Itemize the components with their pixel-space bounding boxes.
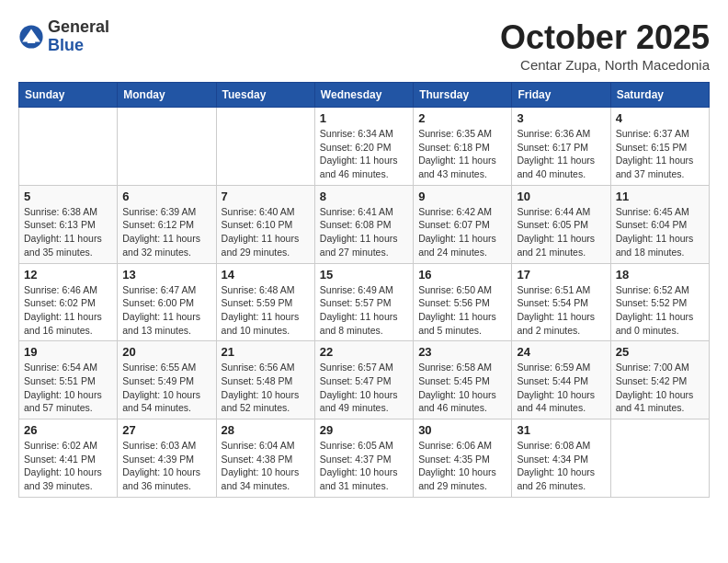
- weekday-header: Friday: [512, 83, 610, 108]
- day-number: 17: [517, 268, 605, 282]
- calendar-day-cell: 17Sunrise: 6:51 AM Sunset: 5:54 PM Dayli…: [512, 263, 610, 341]
- calendar-day-cell: 16Sunrise: 6:50 AM Sunset: 5:56 PM Dayli…: [414, 263, 512, 341]
- day-number: 30: [418, 423, 506, 437]
- weekday-header: Thursday: [414, 83, 512, 108]
- day-info: Sunrise: 6:52 AM Sunset: 5:52 PM Dayligh…: [616, 283, 704, 338]
- calendar-day-cell: 7Sunrise: 6:40 AM Sunset: 6:10 PM Daylig…: [216, 185, 314, 263]
- day-info: Sunrise: 6:44 AM Sunset: 6:05 PM Dayligh…: [517, 205, 605, 259]
- day-number: 6: [122, 190, 210, 203]
- day-number: 26: [24, 423, 112, 437]
- calendar-day-cell: 23Sunrise: 6:58 AM Sunset: 5:45 PM Dayli…: [414, 341, 512, 419]
- calendar-day-cell: 24Sunrise: 6:59 AM Sunset: 5:44 PM Dayli…: [512, 341, 610, 419]
- day-number: 5: [24, 190, 112, 203]
- day-info: Sunrise: 6:51 AM Sunset: 5:54 PM Dayligh…: [517, 283, 605, 338]
- calendar-day-cell: 28Sunrise: 6:04 AM Sunset: 4:38 PM Dayli…: [216, 419, 314, 498]
- logo: General Blue: [18, 18, 109, 55]
- calendar-day-cell: [610, 419, 709, 498]
- logo-blue: Blue: [48, 37, 109, 55]
- day-info: Sunrise: 6:57 AM Sunset: 5:47 PM Dayligh…: [320, 361, 408, 415]
- day-number: 19: [24, 345, 112, 359]
- day-number: 27: [122, 423, 210, 437]
- day-info: Sunrise: 6:06 AM Sunset: 4:35 PM Dayligh…: [418, 439, 506, 493]
- calendar-day-cell: 3Sunrise: 6:36 AM Sunset: 6:17 PM Daylig…: [512, 108, 610, 186]
- calendar-day-cell: 10Sunrise: 6:44 AM Sunset: 6:05 PM Dayli…: [512, 185, 610, 263]
- day-info: Sunrise: 6:40 AM Sunset: 6:10 PM Dayligh…: [222, 205, 310, 259]
- calendar-day-cell: 19Sunrise: 6:54 AM Sunset: 5:51 PM Dayli…: [19, 341, 118, 419]
- calendar-week-row: 19Sunrise: 6:54 AM Sunset: 5:51 PM Dayli…: [19, 341, 710, 419]
- day-number: 13: [122, 268, 210, 282]
- calendar-day-cell: [118, 108, 216, 186]
- day-number: 9: [418, 190, 506, 203]
- calendar-header-row: SundayMondayTuesdayWednesdayThursdayFrid…: [19, 83, 710, 108]
- svg-rect-2: [28, 38, 35, 43]
- day-number: 29: [320, 423, 408, 437]
- page-header: General Blue October 2025 Centar Zupa, N…: [18, 18, 710, 73]
- day-number: 20: [122, 345, 210, 359]
- day-number: 18: [616, 268, 704, 282]
- calendar-day-cell: 14Sunrise: 6:48 AM Sunset: 5:59 PM Dayli…: [216, 263, 314, 341]
- calendar-day-cell: 22Sunrise: 6:57 AM Sunset: 5:47 PM Dayli…: [314, 341, 413, 419]
- day-number: 23: [418, 345, 506, 359]
- day-info: Sunrise: 6:35 AM Sunset: 6:18 PM Dayligh…: [418, 127, 506, 181]
- calendar-day-cell: 20Sunrise: 6:55 AM Sunset: 5:49 PM Dayli…: [118, 341, 216, 419]
- day-info: Sunrise: 6:59 AM Sunset: 5:44 PM Dayligh…: [517, 361, 605, 415]
- calendar-day-cell: 18Sunrise: 6:52 AM Sunset: 5:52 PM Dayli…: [610, 263, 709, 341]
- calendar-day-cell: 27Sunrise: 6:03 AM Sunset: 4:39 PM Dayli…: [118, 419, 216, 498]
- day-info: Sunrise: 6:08 AM Sunset: 4:34 PM Dayligh…: [517, 439, 605, 493]
- calendar-day-cell: 25Sunrise: 7:00 AM Sunset: 5:42 PM Dayli…: [610, 341, 709, 419]
- calendar-day-cell: 13Sunrise: 6:47 AM Sunset: 6:00 PM Dayli…: [118, 263, 216, 341]
- day-info: Sunrise: 6:47 AM Sunset: 6:00 PM Dayligh…: [122, 283, 210, 338]
- day-info: Sunrise: 7:00 AM Sunset: 5:42 PM Dayligh…: [616, 361, 704, 415]
- calendar-day-cell: 4Sunrise: 6:37 AM Sunset: 6:15 PM Daylig…: [610, 108, 709, 186]
- day-info: Sunrise: 6:55 AM Sunset: 5:49 PM Dayligh…: [122, 361, 210, 415]
- day-number: 11: [616, 190, 704, 203]
- day-number: 8: [320, 190, 408, 203]
- logo-icon: [18, 24, 44, 50]
- day-info: Sunrise: 6:42 AM Sunset: 6:07 PM Dayligh…: [418, 205, 506, 259]
- day-info: Sunrise: 6:58 AM Sunset: 5:45 PM Dayligh…: [418, 361, 506, 415]
- day-info: Sunrise: 6:37 AM Sunset: 6:15 PM Dayligh…: [616, 127, 704, 181]
- weekday-header: Wednesday: [314, 83, 413, 108]
- day-info: Sunrise: 6:34 AM Sunset: 6:20 PM Dayligh…: [320, 127, 408, 181]
- day-info: Sunrise: 6:38 AM Sunset: 6:13 PM Dayligh…: [24, 205, 112, 259]
- day-number: 14: [222, 268, 310, 282]
- weekday-header: Sunday: [19, 83, 118, 108]
- day-number: 16: [418, 268, 506, 282]
- calendar-day-cell: 29Sunrise: 6:05 AM Sunset: 4:37 PM Dayli…: [314, 419, 413, 498]
- day-number: 12: [24, 268, 112, 282]
- calendar-day-cell: 5Sunrise: 6:38 AM Sunset: 6:13 PM Daylig…: [19, 185, 118, 263]
- calendar-day-cell: 2Sunrise: 6:35 AM Sunset: 6:18 PM Daylig…: [414, 108, 512, 186]
- day-number: 15: [320, 268, 408, 282]
- day-info: Sunrise: 6:48 AM Sunset: 5:59 PM Dayligh…: [222, 283, 310, 338]
- day-info: Sunrise: 6:39 AM Sunset: 6:12 PM Dayligh…: [122, 205, 210, 259]
- day-number: 4: [616, 111, 704, 125]
- calendar-day-cell: 6Sunrise: 6:39 AM Sunset: 6:12 PM Daylig…: [118, 185, 216, 263]
- day-info: Sunrise: 6:41 AM Sunset: 6:08 PM Dayligh…: [320, 205, 408, 259]
- day-info: Sunrise: 6:45 AM Sunset: 6:04 PM Dayligh…: [616, 205, 704, 259]
- calendar-day-cell: 1Sunrise: 6:34 AM Sunset: 6:20 PM Daylig…: [314, 108, 413, 186]
- day-info: Sunrise: 6:54 AM Sunset: 5:51 PM Dayligh…: [24, 361, 112, 415]
- calendar-day-cell: 12Sunrise: 6:46 AM Sunset: 6:02 PM Dayli…: [19, 263, 118, 341]
- day-info: Sunrise: 6:56 AM Sunset: 5:48 PM Dayligh…: [222, 361, 310, 415]
- day-number: 25: [616, 345, 704, 359]
- calendar-week-row: 1Sunrise: 6:34 AM Sunset: 6:20 PM Daylig…: [19, 108, 710, 186]
- calendar-day-cell: 8Sunrise: 6:41 AM Sunset: 6:08 PM Daylig…: [314, 185, 413, 263]
- calendar-day-cell: 30Sunrise: 6:06 AM Sunset: 4:35 PM Dayli…: [414, 419, 512, 498]
- day-number: 24: [517, 345, 605, 359]
- month-title: October 2025: [500, 18, 710, 57]
- day-info: Sunrise: 6:46 AM Sunset: 6:02 PM Dayligh…: [24, 283, 112, 338]
- day-number: 10: [517, 190, 605, 203]
- title-block: October 2025 Centar Zupa, North Macedoni…: [500, 18, 710, 73]
- day-number: 21: [222, 345, 310, 359]
- calendar-day-cell: 15Sunrise: 6:49 AM Sunset: 5:57 PM Dayli…: [314, 263, 413, 341]
- calendar-day-cell: 21Sunrise: 6:56 AM Sunset: 5:48 PM Dayli…: [216, 341, 314, 419]
- calendar-table: SundayMondayTuesdayWednesdayThursdayFrid…: [18, 82, 710, 498]
- calendar-week-row: 12Sunrise: 6:46 AM Sunset: 6:02 PM Dayli…: [19, 263, 710, 341]
- day-number: 22: [320, 345, 408, 359]
- day-number: 2: [418, 111, 506, 125]
- logo-general: General: [48, 18, 109, 37]
- logo-text: General Blue: [48, 18, 109, 55]
- day-info: Sunrise: 6:36 AM Sunset: 6:17 PM Dayligh…: [517, 127, 605, 181]
- day-number: 3: [517, 111, 605, 125]
- calendar-day-cell: [216, 108, 314, 186]
